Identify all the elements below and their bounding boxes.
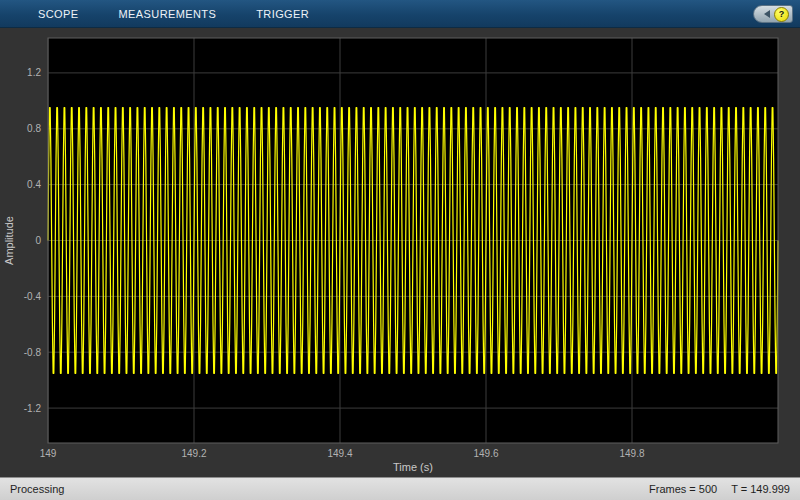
collapse-toolstrip-arrow-icon: [764, 10, 770, 18]
x-tick-label: 149.2: [181, 448, 206, 459]
y-tick-label: 0.8: [27, 123, 41, 134]
x-tick-label: 149.8: [619, 448, 644, 459]
y-tick-label: -0.4: [24, 291, 42, 302]
y-tick-label: 0.4: [27, 179, 41, 190]
help-icon: ?: [774, 7, 789, 22]
toolstrip: SCOPE MEASUREMENTS TRIGGER ?: [0, 0, 800, 28]
tab-trigger[interactable]: TRIGGER: [242, 1, 323, 27]
status-message: Processing: [10, 483, 64, 495]
tab-measurements[interactable]: MEASUREMENTS: [105, 1, 231, 27]
y-axis-label: Amplitude: [3, 216, 15, 265]
scope-svg: 149149.2149.4149.6149.81.20.80.40-0.4-0.…: [0, 28, 800, 477]
x-tick-label: 149.6: [473, 448, 498, 459]
y-tick-label: 0: [35, 235, 41, 246]
time-counter: T = 149.999: [731, 483, 790, 495]
status-bar: Processing Frames = 500 T = 149.999: [0, 477, 800, 500]
tab-scope[interactable]: SCOPE: [24, 1, 93, 27]
plot-area: 149149.2149.4149.6149.81.20.80.40-0.4-0.…: [0, 28, 800, 477]
x-axis-label: Time (s): [393, 461, 433, 473]
time-scope-window: SCOPE MEASUREMENTS TRIGGER ? 149149.2149…: [0, 0, 800, 500]
y-tick-label: -0.8: [24, 347, 42, 358]
help-button[interactable]: ?: [753, 5, 793, 23]
x-tick-label: 149: [40, 448, 57, 459]
y-tick-label: -1.2: [24, 403, 42, 414]
frames-counter: Frames = 500: [649, 483, 717, 495]
y-tick-label: 1.2: [27, 67, 41, 78]
x-tick-label: 149.4: [327, 448, 352, 459]
